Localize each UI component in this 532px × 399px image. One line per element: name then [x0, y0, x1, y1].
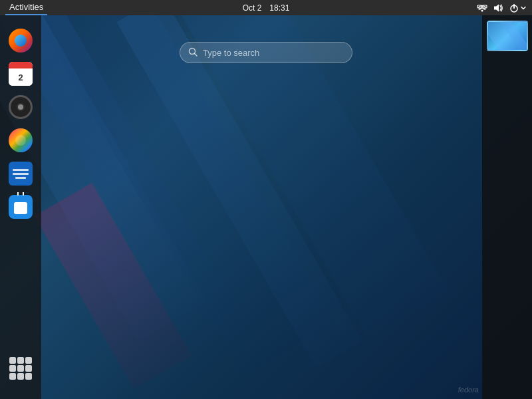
bag-handle [17, 192, 24, 196]
dock-item-calendar[interactable]: 2 [6, 59, 35, 88]
dock-item-rhythmbox[interactable] [6, 92, 35, 122]
dock-item-gnome-color[interactable] [6, 126, 35, 155]
firefox-icon [9, 29, 33, 53]
topbar-date: Oct 2 [243, 3, 262, 13]
topbar-right [477, 3, 527, 13]
dock: 2 [0, 15, 41, 399]
documents-icon [9, 162, 33, 186]
rhythmbox-center [17, 103, 25, 111]
right-panel [482, 15, 532, 399]
calendar-day: 2 [18, 73, 23, 82]
calendar-icon: 2 [9, 62, 33, 86]
doc-line-2 [13, 173, 29, 175]
bag-shape [14, 202, 27, 214]
grid-dot-5 [17, 365, 24, 372]
topbar-time: 18:31 [269, 3, 289, 13]
gnome-color-icon [9, 128, 33, 152]
desktop-decoration [0, 15, 532, 399]
activities-button[interactable]: Activities [5, 0, 47, 15]
power-icon[interactable] [509, 3, 519, 13]
grid-icon [9, 357, 32, 380]
doc-line-1 [13, 169, 29, 171]
grid-dot-2 [17, 357, 24, 364]
grid-dot-8 [17, 373, 24, 380]
software-center-icon [9, 195, 33, 219]
svg-line-12 [195, 53, 198, 56]
gnome-color-center [15, 135, 26, 146]
grid-dot-3 [25, 357, 32, 364]
volume-icon[interactable] [493, 3, 503, 13]
grid-dot-4 [9, 365, 16, 372]
svg-point-0 [481, 9, 483, 11]
topbar-clock: Oct 2 18:31 [243, 3, 290, 13]
calendar-header [9, 62, 33, 68]
fedora-watermark: fedora [458, 386, 479, 394]
search-icon [188, 47, 198, 59]
window-thumbnail[interactable] [487, 21, 528, 51]
grid-dot-1 [9, 357, 16, 364]
search-container: Type to search [180, 42, 352, 63]
dock-item-documents[interactable] [6, 159, 35, 188]
desktop: Type to search fedora [0, 15, 532, 399]
network-icon[interactable] [477, 3, 487, 13]
doc-line-3 [15, 177, 26, 179]
rhythmbox-icon [9, 95, 33, 119]
power-area[interactable] [509, 3, 527, 13]
search-placeholder: Type to search [203, 48, 259, 58]
dock-item-firefox[interactable] [6, 26, 35, 55]
search-box[interactable]: Type to search [180, 42, 352, 63]
firefox-inner [15, 35, 27, 47]
topbar: Activities Oct 2 18:31 [0, 0, 532, 15]
calendar-body: 2 [9, 68, 33, 86]
grid-dot-9 [25, 373, 32, 380]
dock-item-software-center[interactable] [6, 192, 35, 221]
topbar-left: Activities [5, 0, 47, 15]
chevron-down-icon[interactable] [520, 5, 527, 11]
grid-dot-7 [9, 373, 16, 380]
grid-dot-6 [25, 365, 32, 372]
dock-item-show-apps[interactable] [6, 354, 35, 383]
